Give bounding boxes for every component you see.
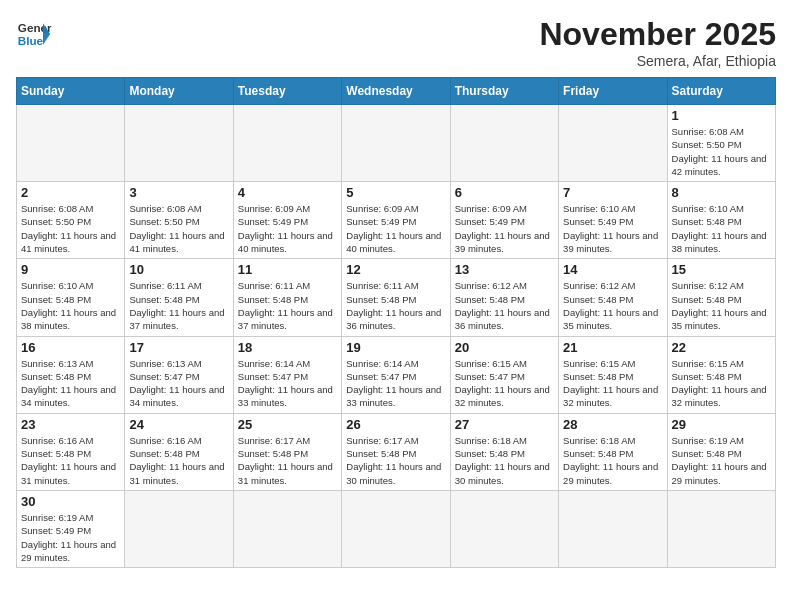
- day-number: 16: [21, 340, 120, 355]
- day-info: Sunrise: 6:15 AM Sunset: 5:47 PM Dayligh…: [455, 357, 554, 410]
- day-number: 21: [563, 340, 662, 355]
- calendar-day-cell: 2Sunrise: 6:08 AM Sunset: 5:50 PM Daylig…: [17, 182, 125, 259]
- day-number: 1: [672, 108, 771, 123]
- calendar-day-cell: 9Sunrise: 6:10 AM Sunset: 5:48 PM Daylig…: [17, 259, 125, 336]
- weekday-header-friday: Friday: [559, 78, 667, 105]
- day-number: 11: [238, 262, 337, 277]
- day-number: 13: [455, 262, 554, 277]
- calendar-day-cell: 20Sunrise: 6:15 AM Sunset: 5:47 PM Dayli…: [450, 336, 558, 413]
- calendar-week-row: 9Sunrise: 6:10 AM Sunset: 5:48 PM Daylig…: [17, 259, 776, 336]
- day-info: Sunrise: 6:11 AM Sunset: 5:48 PM Dayligh…: [129, 279, 228, 332]
- day-number: 20: [455, 340, 554, 355]
- calendar-day-cell: 26Sunrise: 6:17 AM Sunset: 5:48 PM Dayli…: [342, 413, 450, 490]
- calendar-day-cell: [125, 490, 233, 567]
- calendar-day-cell: 30Sunrise: 6:19 AM Sunset: 5:49 PM Dayli…: [17, 490, 125, 567]
- calendar-day-cell: [125, 105, 233, 182]
- calendar-day-cell: [17, 105, 125, 182]
- calendar-day-cell: 19Sunrise: 6:14 AM Sunset: 5:47 PM Dayli…: [342, 336, 450, 413]
- calendar-day-cell: [342, 490, 450, 567]
- day-info: Sunrise: 6:14 AM Sunset: 5:47 PM Dayligh…: [346, 357, 445, 410]
- calendar-day-cell: 23Sunrise: 6:16 AM Sunset: 5:48 PM Dayli…: [17, 413, 125, 490]
- day-info: Sunrise: 6:13 AM Sunset: 5:47 PM Dayligh…: [129, 357, 228, 410]
- calendar-week-row: 23Sunrise: 6:16 AM Sunset: 5:48 PM Dayli…: [17, 413, 776, 490]
- logo: General Blue: [16, 16, 52, 52]
- day-info: Sunrise: 6:12 AM Sunset: 5:48 PM Dayligh…: [672, 279, 771, 332]
- day-info: Sunrise: 6:08 AM Sunset: 5:50 PM Dayligh…: [21, 202, 120, 255]
- day-info: Sunrise: 6:10 AM Sunset: 5:49 PM Dayligh…: [563, 202, 662, 255]
- weekday-header-tuesday: Tuesday: [233, 78, 341, 105]
- weekday-header-wednesday: Wednesday: [342, 78, 450, 105]
- day-number: 30: [21, 494, 120, 509]
- page-header: General Blue November 2025 Semera, Afar,…: [16, 16, 776, 69]
- day-number: 7: [563, 185, 662, 200]
- day-number: 22: [672, 340, 771, 355]
- svg-text:Blue: Blue: [18, 34, 44, 47]
- day-info: Sunrise: 6:10 AM Sunset: 5:48 PM Dayligh…: [672, 202, 771, 255]
- day-number: 19: [346, 340, 445, 355]
- location: Semera, Afar, Ethiopia: [539, 53, 776, 69]
- logo-icon: General Blue: [16, 16, 52, 52]
- day-info: Sunrise: 6:09 AM Sunset: 5:49 PM Dayligh…: [455, 202, 554, 255]
- calendar-day-cell: 24Sunrise: 6:16 AM Sunset: 5:48 PM Dayli…: [125, 413, 233, 490]
- weekday-header-thursday: Thursday: [450, 78, 558, 105]
- day-number: 15: [672, 262, 771, 277]
- day-info: Sunrise: 6:12 AM Sunset: 5:48 PM Dayligh…: [563, 279, 662, 332]
- day-info: Sunrise: 6:14 AM Sunset: 5:47 PM Dayligh…: [238, 357, 337, 410]
- weekday-header-monday: Monday: [125, 78, 233, 105]
- calendar-day-cell: 18Sunrise: 6:14 AM Sunset: 5:47 PM Dayli…: [233, 336, 341, 413]
- day-info: Sunrise: 6:08 AM Sunset: 5:50 PM Dayligh…: [672, 125, 771, 178]
- day-info: Sunrise: 6:16 AM Sunset: 5:48 PM Dayligh…: [129, 434, 228, 487]
- day-info: Sunrise: 6:15 AM Sunset: 5:48 PM Dayligh…: [563, 357, 662, 410]
- weekday-header-row: SundayMondayTuesdayWednesdayThursdayFrid…: [17, 78, 776, 105]
- day-number: 10: [129, 262, 228, 277]
- calendar-day-cell: [233, 490, 341, 567]
- calendar-week-row: 16Sunrise: 6:13 AM Sunset: 5:48 PM Dayli…: [17, 336, 776, 413]
- day-number: 18: [238, 340, 337, 355]
- calendar-day-cell: 25Sunrise: 6:17 AM Sunset: 5:48 PM Dayli…: [233, 413, 341, 490]
- day-number: 4: [238, 185, 337, 200]
- day-info: Sunrise: 6:11 AM Sunset: 5:48 PM Dayligh…: [238, 279, 337, 332]
- day-info: Sunrise: 6:18 AM Sunset: 5:48 PM Dayligh…: [455, 434, 554, 487]
- svg-marker-3: [43, 34, 50, 45]
- calendar-table: SundayMondayTuesdayWednesdayThursdayFrid…: [16, 77, 776, 568]
- day-number: 9: [21, 262, 120, 277]
- calendar-day-cell: 28Sunrise: 6:18 AM Sunset: 5:48 PM Dayli…: [559, 413, 667, 490]
- day-info: Sunrise: 6:19 AM Sunset: 5:48 PM Dayligh…: [672, 434, 771, 487]
- calendar-day-cell: [559, 490, 667, 567]
- calendar-day-cell: 15Sunrise: 6:12 AM Sunset: 5:48 PM Dayli…: [667, 259, 775, 336]
- calendar-day-cell: 6Sunrise: 6:09 AM Sunset: 5:49 PM Daylig…: [450, 182, 558, 259]
- calendar-day-cell: [559, 105, 667, 182]
- calendar-day-cell: 10Sunrise: 6:11 AM Sunset: 5:48 PM Dayli…: [125, 259, 233, 336]
- title-block: November 2025 Semera, Afar, Ethiopia: [539, 16, 776, 69]
- calendar-day-cell: 5Sunrise: 6:09 AM Sunset: 5:49 PM Daylig…: [342, 182, 450, 259]
- calendar-day-cell: 13Sunrise: 6:12 AM Sunset: 5:48 PM Dayli…: [450, 259, 558, 336]
- calendar-day-cell: 29Sunrise: 6:19 AM Sunset: 5:48 PM Dayli…: [667, 413, 775, 490]
- day-number: 2: [21, 185, 120, 200]
- day-number: 24: [129, 417, 228, 432]
- calendar-day-cell: 4Sunrise: 6:09 AM Sunset: 5:49 PM Daylig…: [233, 182, 341, 259]
- day-info: Sunrise: 6:10 AM Sunset: 5:48 PM Dayligh…: [21, 279, 120, 332]
- day-number: 17: [129, 340, 228, 355]
- day-info: Sunrise: 6:17 AM Sunset: 5:48 PM Dayligh…: [238, 434, 337, 487]
- day-info: Sunrise: 6:17 AM Sunset: 5:48 PM Dayligh…: [346, 434, 445, 487]
- day-number: 8: [672, 185, 771, 200]
- calendar-day-cell: 7Sunrise: 6:10 AM Sunset: 5:49 PM Daylig…: [559, 182, 667, 259]
- calendar-day-cell: 8Sunrise: 6:10 AM Sunset: 5:48 PM Daylig…: [667, 182, 775, 259]
- day-info: Sunrise: 6:09 AM Sunset: 5:49 PM Dayligh…: [238, 202, 337, 255]
- day-number: 29: [672, 417, 771, 432]
- calendar-day-cell: 14Sunrise: 6:12 AM Sunset: 5:48 PM Dayli…: [559, 259, 667, 336]
- day-number: 23: [21, 417, 120, 432]
- day-number: 14: [563, 262, 662, 277]
- calendar-day-cell: [233, 105, 341, 182]
- day-number: 3: [129, 185, 228, 200]
- day-number: 25: [238, 417, 337, 432]
- day-number: 26: [346, 417, 445, 432]
- day-number: 5: [346, 185, 445, 200]
- day-info: Sunrise: 6:11 AM Sunset: 5:48 PM Dayligh…: [346, 279, 445, 332]
- day-number: 28: [563, 417, 662, 432]
- day-number: 27: [455, 417, 554, 432]
- calendar-day-cell: 11Sunrise: 6:11 AM Sunset: 5:48 PM Dayli…: [233, 259, 341, 336]
- calendar-day-cell: 22Sunrise: 6:15 AM Sunset: 5:48 PM Dayli…: [667, 336, 775, 413]
- calendar-day-cell: 12Sunrise: 6:11 AM Sunset: 5:48 PM Dayli…: [342, 259, 450, 336]
- calendar-week-row: 2Sunrise: 6:08 AM Sunset: 5:50 PM Daylig…: [17, 182, 776, 259]
